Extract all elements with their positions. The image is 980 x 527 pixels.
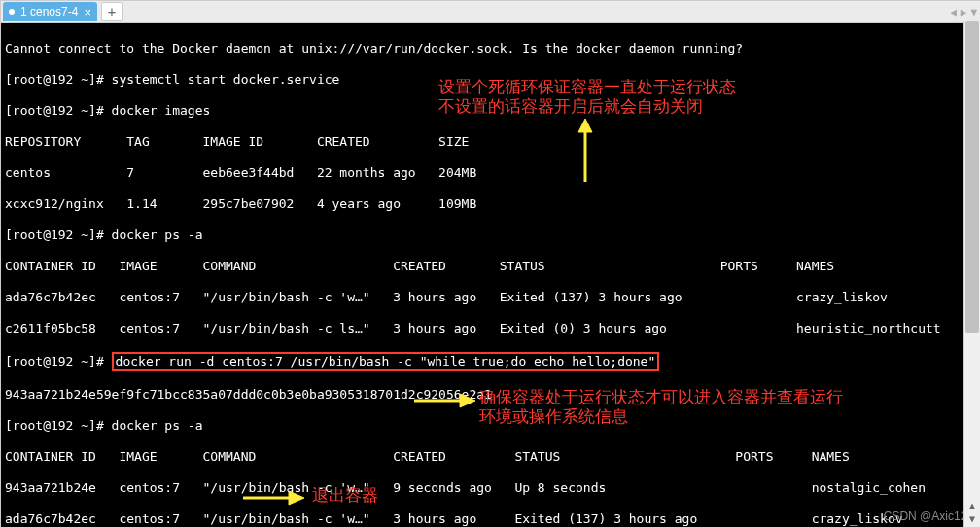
scroll-down-icon[interactable]: ▼ [966,513,978,527]
svg-marker-1 [578,119,592,132]
tab-bar: 1 cenos7-4 × + ◀ ▶ ▼ [1,1,980,23]
tab-active[interactable]: 1 cenos7-4 × [3,2,97,21]
chevron-left-icon[interactable]: ◀ [950,6,957,18]
watermark: CSDN @Axic123 [884,509,973,524]
terminal-output[interactable]: Cannot connect to the Docker daemon at u… [1,23,980,527]
output-line: Cannot connect to the Docker daemon at u… [5,41,977,56]
output-line: CONTAINER ID IMAGE COMMAND CREATED STATU… [5,449,977,465]
output-line: centos 7 eeb6ee3f44bd 22 months ago 204M… [5,165,977,181]
tab-nav-arrows: ◀ ▶ ▼ [950,6,977,18]
output-line: ada76c7b42ec centos:7 "/usr/bin/bash -c … [5,511,977,527]
output-line: 943aa721b24e centos:7 "/usr/bin/bash -c … [5,480,977,496]
scrollbar-thumb[interactable] [965,21,979,333]
scroll-up-icon[interactable]: ▲ [966,500,978,513]
chevron-right-icon[interactable]: ▶ [961,6,967,18]
output-line: xcxc912/nginx 1.14 295c7be07902 4 years … [5,196,977,212]
output-line: [root@192 ~]# docker run -d centos:7 /us… [5,352,977,371]
chevron-down-icon[interactable]: ▼ [970,6,977,18]
annotation-top: 设置个死循环保证容器一直处于运行状态 不设置的话容器开启后就会自动关闭 [438,78,736,117]
annotation-exit: 退出容器 [312,486,378,506]
output-line: REPOSITORY TAG IMAGE ID CREATED SIZE [5,134,977,150]
highlighted-command: docker run -d centos:7 /usr/bin/bash -c … [112,352,660,371]
arrow-icon [409,391,477,410]
arrow-icon [238,488,306,508]
scrollbar[interactable]: ▲ ▼ [963,21,980,527]
output-line: ada76c7b42ec centos:7 "/usr/bin/bash -c … [5,290,977,305]
close-icon[interactable]: × [84,6,91,18]
output-line: c2611f05bc58 centos:7 "/usr/bin/bash -c … [5,321,977,336]
output-line: CONTAINER ID IMAGE COMMAND CREATED STATU… [5,259,977,274]
tab-label: 1 cenos7-4 [20,5,78,18]
svg-marker-5 [289,491,304,505]
annotation-mid: 确保容器处于运行状态才可以进入容器并查看运行环境或操作系统信息 [479,388,849,427]
svg-marker-3 [460,394,475,407]
arrow-icon [571,119,600,187]
terminal-window: 1 cenos7-4 × + ◀ ▶ ▼ Cannot connect to t… [0,0,980,527]
tab-status-dot [9,9,15,15]
add-tab-button[interactable]: + [101,2,122,21]
output-line: [root@192 ~]# docker ps -a [5,228,977,243]
